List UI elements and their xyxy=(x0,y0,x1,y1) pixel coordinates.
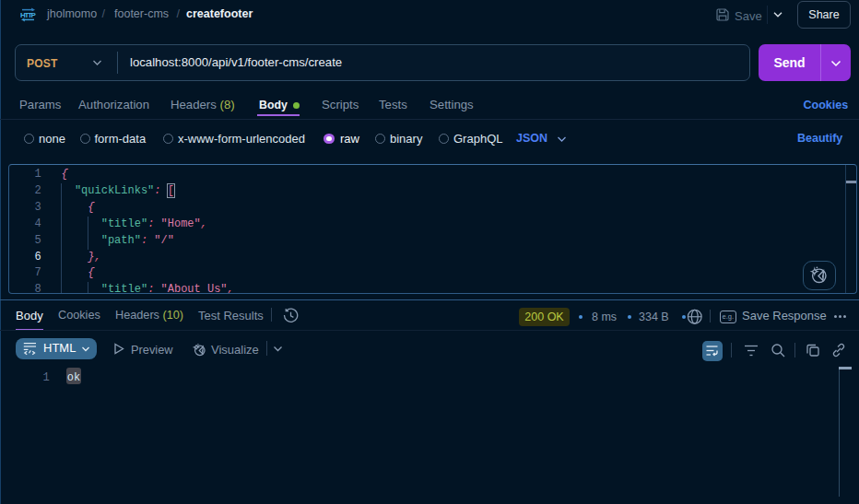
svg-text:HTTP: HTTP xyxy=(20,11,36,19)
